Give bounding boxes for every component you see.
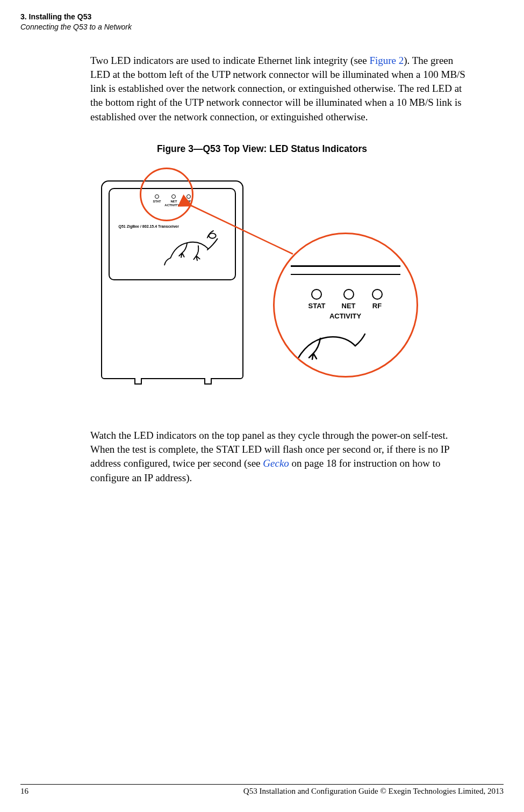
led-circle-icon: [171, 194, 176, 199]
led-rf: RF: [186, 194, 191, 203]
vent-line-icon: [291, 274, 400, 275]
zoom-led-stat: STAT: [308, 289, 325, 310]
zoom-gecko-icon: [291, 325, 366, 371]
body-paragraph-1: Two LED indicators are used to indicate …: [90, 54, 475, 124]
body-paragraph-2: Watch the LED indicators on the top pane…: [90, 429, 475, 485]
led-net: NET: [170, 194, 177, 203]
footer-text: Q53 Installation and Configuration Guide…: [243, 787, 504, 796]
zoom-activity-label: ACTIVITY: [275, 312, 417, 320]
led-stat: STAT: [153, 194, 161, 203]
svg-point-0: [209, 233, 216, 238]
led-circle-icon: [343, 289, 354, 300]
page-header: 3. Installing the Q53 Connecting the Q53…: [0, 0, 524, 32]
footer-rule: [20, 784, 504, 785]
page-footer: 16 Q53 Installation and Configuration Gu…: [0, 784, 524, 796]
zoom-led-row: STAT NET RF: [275, 289, 417, 310]
led-circle-icon: [186, 194, 191, 199]
led-circle-icon: [311, 289, 322, 300]
zoom-led-rf: RF: [372, 289, 383, 310]
activity-label: ACTIVITY: [110, 204, 235, 207]
device-foot-icon: [134, 378, 142, 385]
device-outline: STAT NET RF ACTIVITY Q51 ZigBee / 802.15…: [101, 180, 243, 379]
figure-2-link[interactable]: Figure 2: [369, 55, 404, 66]
para1-prefix: Two LED indicators are used to indicate …: [90, 55, 369, 66]
device-foot-icon: [204, 378, 212, 385]
vent-line-icon: [291, 265, 400, 267]
figure-caption: Figure 3—Q53 Top View: LED Status Indica…: [0, 143, 524, 155]
header-chapter: 3. Installing the Q53: [20, 12, 524, 22]
gecko-link[interactable]: Gecko: [263, 458, 289, 469]
zoom-led-net: NET: [342, 289, 356, 310]
led-circle-icon: [155, 194, 159, 199]
led-circle-icon: [372, 289, 383, 300]
led-row: STAT NET RF: [110, 194, 235, 203]
header-section-title: Connecting the Q53 to a Network: [20, 22, 524, 32]
page-number: 16: [20, 787, 28, 796]
gecko-logo-icon: [162, 228, 224, 268]
zoom-callout: STAT NET RF ACTIVITY: [273, 233, 418, 378]
device-top-panel: STAT NET RF ACTIVITY Q51 ZigBee / 802.15…: [109, 188, 236, 280]
figure-3: STAT NET RF ACTIVITY Q51 ZigBee / 802.15…: [74, 160, 450, 396]
